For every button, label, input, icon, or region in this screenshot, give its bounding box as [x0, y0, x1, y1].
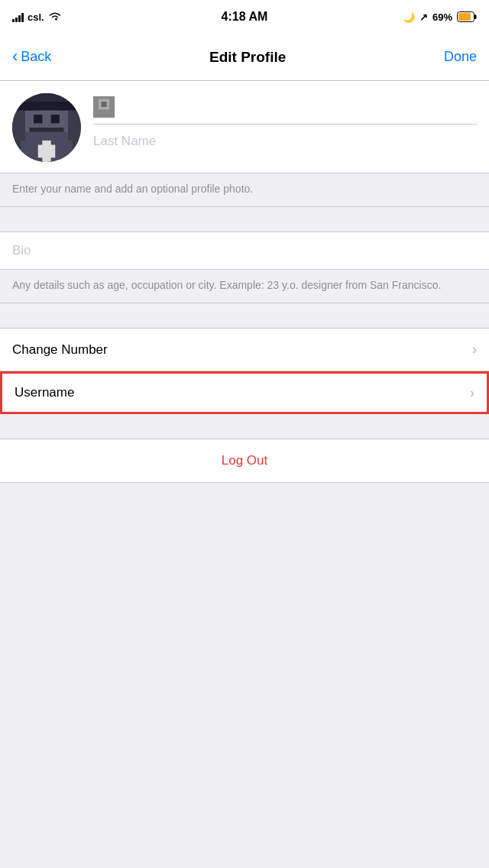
svg-rect-10 [30, 128, 64, 132]
first-name-row [93, 96, 477, 125]
status-bar: csl. 4:18 AM 🌙 ↗ 69% [0, 0, 489, 34]
settings-group: Change Number › Username › [0, 328, 489, 414]
battery-percent: 69% [432, 11, 452, 23]
logout-label: Log Out [222, 453, 268, 468]
avatar-image [12, 93, 81, 162]
change-number-right: › [466, 342, 477, 358]
svg-rect-8 [34, 115, 42, 123]
username-label: Username [15, 385, 74, 400]
status-carrier: csl. [12, 11, 62, 24]
change-number-row[interactable]: Change Number › [0, 329, 489, 371]
location-icon: ↗ [419, 11, 428, 23]
logout-button[interactable]: Log Out [0, 439, 489, 482]
logout-section: Log Out [0, 439, 489, 483]
last-name-field[interactable]: Last Name [93, 131, 477, 149]
profile-section: Last Name [0, 81, 489, 162]
avatar[interactable] [12, 93, 81, 162]
username-chevron-icon: › [470, 385, 474, 401]
bio-placeholder: Bio [12, 243, 477, 258]
page-title: Edit Profile [209, 49, 286, 66]
back-chevron-icon: ‹ [12, 48, 18, 65]
profile-helper-text: Enter your name and add an optional prof… [12, 181, 477, 197]
back-button[interactable]: ‹ Back [12, 49, 51, 65]
svg-rect-7 [25, 132, 68, 141]
battery-icon [457, 11, 477, 22]
profile-helper: Enter your name and add an optional prof… [0, 173, 489, 207]
back-label: Back [21, 49, 51, 65]
username-row[interactable]: Username › [0, 371, 489, 414]
moon-icon: 🌙 [403, 11, 415, 23]
username-right: › [464, 385, 474, 401]
wifi-icon [48, 11, 62, 24]
name-fields: Last Name [93, 93, 477, 149]
signal-icon [12, 11, 24, 22]
thumb-icon [93, 96, 115, 118]
bottom-space [0, 483, 489, 529]
bio-section: Bio [0, 232, 489, 270]
profile-bottom-pad [0, 162, 489, 173]
bio-helper-text: Any details such as age, occupation or c… [12, 277, 477, 293]
svg-rect-9 [51, 115, 60, 123]
change-number-chevron-icon: › [472, 342, 477, 358]
svg-rect-18 [102, 102, 107, 107]
done-button[interactable]: Done [444, 49, 477, 65]
svg-rect-1 [474, 15, 477, 19]
svg-rect-12 [17, 102, 77, 110]
first-name-thumb [93, 96, 115, 118]
change-number-label: Change Number [12, 342, 108, 358]
svg-rect-2 [458, 13, 471, 21]
status-right: 🌙 ↗ 69% [403, 11, 477, 23]
status-time: 4:18 AM [222, 10, 268, 24]
carrier-name: csl. [28, 11, 44, 23]
bio-helper: Any details such as age, occupation or c… [0, 270, 489, 303]
bio-field[interactable]: Bio [0, 232, 489, 269]
svg-rect-15 [42, 141, 50, 162]
nav-bar: ‹ Back Edit Profile Done [0, 34, 489, 81]
